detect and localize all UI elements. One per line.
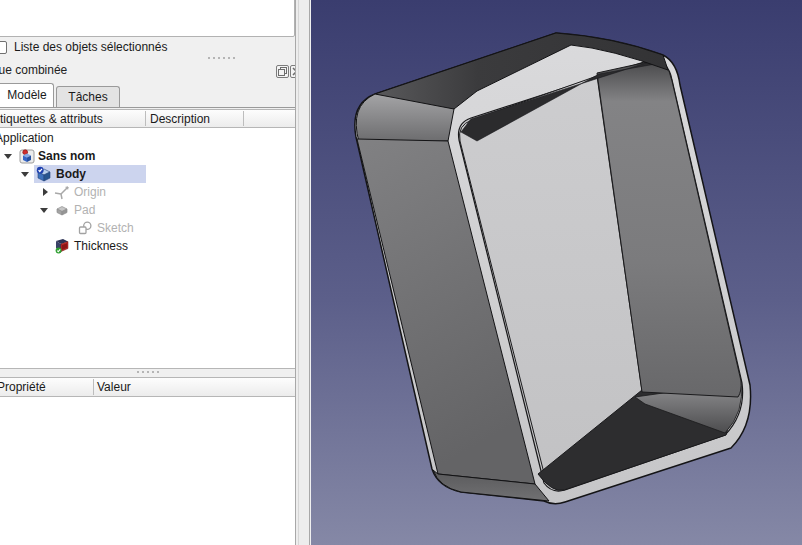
pad-icon	[54, 202, 70, 218]
tree-column-description[interactable]: Description	[150, 112, 210, 126]
float-button[interactable]	[276, 65, 289, 78]
tree-label[interactable]: Application	[0, 131, 54, 145]
body-icon	[36, 166, 52, 182]
expanded-arrow-icon[interactable]	[4, 152, 12, 160]
property-column-header[interactable]: Propriété Valeur	[0, 377, 295, 397]
tree-row-origin[interactable]: Origin	[0, 183, 295, 201]
float-icon	[278, 67, 287, 76]
left-dock-panel: Liste des objets sélectionnés Vue combin…	[0, 0, 311, 545]
tree-label[interactable]: Pad	[74, 203, 95, 217]
freecad-window: Liste des objets sélectionnés Vue combin…	[0, 0, 802, 545]
selection-list-checkbox[interactable]	[0, 41, 7, 54]
3d-scene	[311, 0, 802, 545]
tree-label[interactable]: Thickness	[74, 239, 128, 253]
tree-label[interactable]: Origin	[74, 185, 106, 199]
tab-tasks[interactable]: Tâches	[56, 86, 120, 108]
value-column-label[interactable]: Valeur	[97, 380, 131, 394]
tree-row-sketch[interactable]: Sketch	[0, 219, 295, 237]
tree-column-header[interactable]: Étiquettes & attributs Description	[0, 109, 295, 128]
column-separator[interactable]	[93, 379, 94, 395]
sketch-icon	[77, 220, 93, 236]
tree-label[interactable]: Sketch	[97, 221, 134, 235]
dock-title: Vue combinée	[0, 63, 67, 77]
tree-column-labels[interactable]: Étiquettes & attributs	[0, 112, 103, 126]
tree-row-pad[interactable]: Pad	[0, 201, 295, 219]
expanded-arrow-icon[interactable]	[21, 170, 29, 178]
freecad-document-icon	[19, 148, 35, 164]
expanded-arrow-icon[interactable]	[40, 206, 48, 214]
tree-row-body[interactable]: Body	[0, 165, 295, 183]
column-separator[interactable]	[145, 111, 146, 126]
tab-model[interactable]: Modèle	[0, 83, 54, 108]
selection-list[interactable]	[0, 0, 295, 37]
tree-row-thickness[interactable]: Thickness	[0, 237, 295, 255]
thickness-icon	[54, 238, 70, 254]
model-tree: Application Sans nom	[0, 128, 295, 369]
tree-label[interactable]: Sans nom	[38, 149, 95, 163]
3d-viewport[interactable]	[311, 0, 802, 545]
origin-icon	[54, 184, 70, 200]
gutter-line	[298, 0, 299, 545]
column-separator[interactable]	[243, 111, 244, 126]
dock-splitter-handle[interactable]	[208, 57, 235, 59]
tabbar-baseline	[0, 107, 295, 108]
tree-label[interactable]: Body	[56, 167, 86, 181]
collapsed-arrow-icon[interactable]	[41, 188, 49, 196]
property-column-label[interactable]: Propriété	[0, 380, 46, 394]
tree-row-application[interactable]: Application	[0, 129, 295, 147]
panel-splitter-handle[interactable]	[137, 371, 159, 373]
tree-row-document[interactable]: Sans nom	[0, 147, 295, 165]
selection-list-checkbox-label: Liste des objets sélectionnés	[14, 40, 167, 54]
property-editor-area[interactable]	[0, 397, 295, 545]
